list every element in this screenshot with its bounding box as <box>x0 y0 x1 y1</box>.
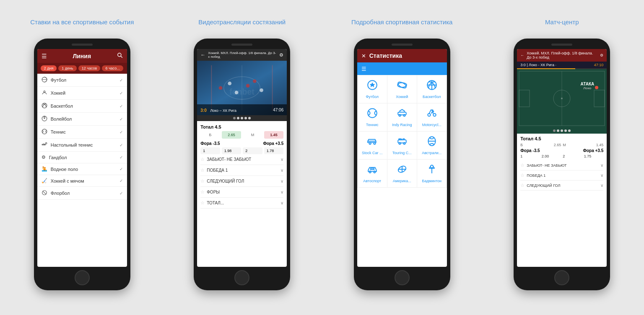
grid-hockey[interactable]: Хоккей <box>387 75 417 103</box>
line-total[interactable]: ☆ ТОТАЛ... ∨ <box>200 198 283 209</box>
settings-icon-4[interactable]: ⚙ <box>600 53 603 57</box>
list-item-floorball[interactable]: Флорбол ✓ <box>37 187 127 200</box>
grid-basketball[interactable]: Баскетбол <box>417 75 447 103</box>
grid-moto[interactable]: Motorcycl... <box>417 103 447 131</box>
chevron-2[interactable]: ∨ <box>280 168 283 173</box>
filter-12h[interactable]: 12 часов <box>78 65 101 71</box>
list-item-tennis[interactable]: Теннис ✓ <box>37 126 127 139</box>
odds-b-val[interactable]: 2.65 <box>222 131 242 139</box>
column-stats: Подробная спортивная статистика ✕ Статис… <box>328 13 476 290</box>
list-item-football[interactable]: Футбол ✓ <box>37 74 127 87</box>
star-p4-3[interactable]: ☆ <box>520 183 525 188</box>
star-3[interactable]: ☆ <box>200 178 205 184</box>
dot-4[interactable] <box>244 117 247 119</box>
line-pobeda[interactable]: ☆ ПОБЕДА 1 ∨ <box>200 165 283 176</box>
p2-header-bar: ← Хоккей. МХЛ. Плей-офф. 1/8 финала. До … <box>197 49 287 61</box>
football-grid-icon <box>367 80 378 93</box>
dot-5[interactable] <box>248 117 251 119</box>
list-item-bandy[interactable]: 🏑 Хоккей с мячом ✓ <box>37 175 127 187</box>
star-1[interactable]: ☆ <box>200 157 205 162</box>
dot-2[interactable] <box>237 117 239 119</box>
fora1-val[interactable]: 1.98 <box>222 147 242 154</box>
settings-icon-2[interactable]: ⚙ <box>279 52 283 58</box>
grid-badminton[interactable]: Бадминтон <box>417 160 447 187</box>
line-fory[interactable]: ☆ ФОРЫ ∨ <box>200 187 283 198</box>
grid-indy[interactable]: Indy Racing <box>387 103 417 131</box>
dot-3[interactable] <box>241 117 243 119</box>
chevron-p4-3[interactable]: ∨ <box>600 183 603 188</box>
tennis-icon <box>42 129 47 135</box>
chevron-4[interactable]: ∨ <box>280 190 283 194</box>
chevron-5[interactable]: ∨ <box>280 201 283 205</box>
p4-header: ← Хоккей. МХЛ. Плей-офф. 1/8 финала. До … <box>517 49 607 62</box>
search-icon[interactable] <box>117 52 123 59</box>
star-p4-1[interactable]: ☆ <box>520 163 525 168</box>
phone-home-btn[interactable] <box>75 270 90 285</box>
grid-hockey-label: Хоккей <box>396 95 408 99</box>
chevron-3[interactable]: ∨ <box>280 179 283 183</box>
grid-aussie[interactable]: Австрали... <box>417 132 447 159</box>
p4-line-sleduyuschiy[interactable]: ☆ СЛЕДУЮЩИЙ ГОЛ ∨ <box>520 181 603 191</box>
phone-home-btn-2[interactable] <box>234 270 249 285</box>
phone-home-btn-3[interactable] <box>395 270 410 285</box>
svg-point-0 <box>117 53 121 57</box>
american-grid-icon <box>397 164 408 177</box>
waterpolo-icon: 🤽 <box>42 166 47 172</box>
tennis-grid-icon <box>367 108 378 121</box>
p4-line-zabyut[interactable]: ☆ ЗАБЬЮТ- НЕ ЗАБЬЮТ ∨ <box>520 160 603 170</box>
star-p4-2[interactable]: ☆ <box>520 173 525 178</box>
grid-stockcar[interactable]: Stock Car ... <box>358 132 387 159</box>
check-waterpolo: ✓ <box>119 167 123 171</box>
fora2-n[interactable]: 2 <box>243 147 262 154</box>
svg-point-31 <box>399 114 400 116</box>
list-item-tabletennis[interactable]: Настольный теннис ✓ <box>37 139 127 152</box>
star-5[interactable]: ☆ <box>200 200 205 206</box>
fora1-n[interactable]: 1 <box>200 147 220 154</box>
dot4-2[interactable] <box>557 129 559 132</box>
menu-icon[interactable]: ☰ <box>42 53 47 59</box>
grid-tennis-label: Теннис <box>366 123 378 127</box>
svg-point-19 <box>219 86 223 90</box>
chevron-p4-2[interactable]: ∨ <box>600 173 603 178</box>
chevron-1[interactable]: ∨ <box>280 157 283 162</box>
filter-2days[interactable]: 2 дня <box>41 65 57 71</box>
moto-grid-icon <box>426 108 437 121</box>
p4-b-val: 2.65 <box>542 143 561 147</box>
back-icon-4[interactable]: ← <box>520 53 524 57</box>
list-item-handball[interactable]: ⚙ Гандбол ✓ <box>37 152 127 163</box>
svg-point-32 <box>403 114 405 116</box>
list-item-hockey[interactable]: Хоккей ✓ <box>37 87 127 100</box>
line-sleduyuschiy[interactable]: ☆ СЛЕДУЮЩИЙ ГОЛ ∨ <box>200 176 283 187</box>
hamburger-icon[interactable]: ☰ <box>361 66 366 72</box>
grid-touring[interactable]: Touring C... <box>387 132 417 159</box>
filter-1day[interactable]: 1 день <box>58 65 76 71</box>
list-item-waterpolo[interactable]: 🤽 Водное поло ✓ <box>37 163 127 175</box>
odds-m-val[interactable]: 1.45 <box>264 131 284 139</box>
line-zabyut[interactable]: ☆ ЗАБЬЮТ- НЕ ЗАБЬЮТ ∨ <box>200 154 283 165</box>
grid-football[interactable]: Футбол <box>358 75 387 103</box>
phone-home-btn-4[interactable] <box>554 270 569 285</box>
grid-auto[interactable]: Автоспорт <box>358 160 387 187</box>
svg-point-38 <box>399 142 400 144</box>
dot4-4[interactable] <box>564 129 567 132</box>
list-item-basketball[interactable]: Баскетбол ✓ <box>37 100 127 113</box>
star-4[interactable]: ☆ <box>200 189 205 195</box>
close-icon[interactable]: ✕ <box>361 53 366 59</box>
filter-6h[interactable]: 6 часо... <box>102 65 123 71</box>
p4-line-pobeda[interactable]: ☆ ПОБЕДА 1 ∨ <box>520 170 603 181</box>
dot4-5[interactable] <box>568 129 571 132</box>
grid-american[interactable]: Америка... <box>387 160 417 187</box>
chevron-p4-1[interactable]: ∨ <box>600 163 603 168</box>
grid-tennis[interactable]: Теннис <box>358 103 387 131</box>
dot4-1[interactable] <box>553 129 556 132</box>
phone-4: ← Хоккей. МХЛ. Плей-офф. 1/8 финала. До … <box>514 39 610 290</box>
star-2[interactable]: ☆ <box>200 168 205 173</box>
dot4-3[interactable] <box>561 129 563 132</box>
p4-m-val: 1.45 <box>584 143 604 147</box>
back-icon[interactable]: ← <box>200 52 205 58</box>
svg-point-7 <box>45 142 47 144</box>
svg-point-20 <box>260 88 264 92</box>
fora2-val[interactable]: 1.78 <box>264 147 284 154</box>
dot-1[interactable] <box>233 117 236 119</box>
list-item-volleyball[interactable]: Волейбол ✓ <box>37 113 127 126</box>
